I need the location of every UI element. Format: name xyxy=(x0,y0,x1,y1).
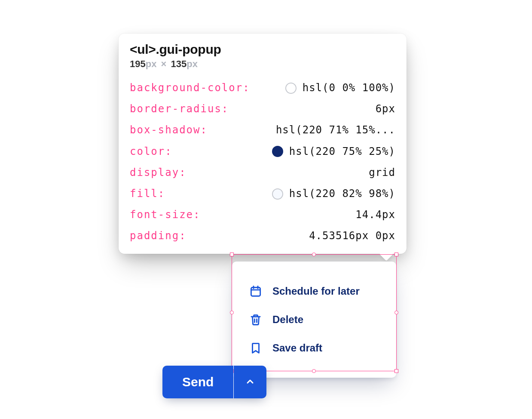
css-property-name: display: xyxy=(130,165,187,181)
calendar-icon xyxy=(249,285,262,298)
css-property-value: 14.4px xyxy=(355,207,395,223)
css-property-row: border-radius: 6px xyxy=(130,101,395,117)
popup-item-label: Schedule for later xyxy=(272,285,360,297)
css-property-value: 6px xyxy=(376,101,395,117)
inspected-width: 195 xyxy=(130,59,146,69)
send-button-label: Send xyxy=(182,375,214,389)
css-property-name: fill: xyxy=(130,186,165,202)
color-swatch-icon xyxy=(285,83,297,94)
inspected-dimensions: 195px × 135px xyxy=(130,59,395,70)
css-property-value: grid xyxy=(369,165,395,181)
css-property-row: font-size: 14.4px xyxy=(130,207,395,223)
css-property-value: 4.53516px 0px xyxy=(309,228,395,244)
popup-item-schedule[interactable]: Schedule for later xyxy=(232,277,396,305)
popup-item-delete[interactable]: Delete xyxy=(232,305,396,334)
dimension-separator: × xyxy=(161,59,167,69)
unit-label: px xyxy=(146,59,157,69)
css-property-row: box-shadow: hsl(220 71% 15%... xyxy=(130,122,395,138)
devtools-css-tooltip: <ul>.gui-popup 195px × 135px background-… xyxy=(119,34,407,254)
css-property-name: box-shadow: xyxy=(130,122,208,138)
css-property-value: hsl(220 71% 15%... xyxy=(276,122,395,138)
inspected-selector: <ul>.gui-popup xyxy=(130,42,395,57)
css-property-name: color: xyxy=(130,144,172,160)
inspected-class: .gui-popup xyxy=(156,42,221,56)
svg-rect-0 xyxy=(251,287,260,296)
css-property-value: hsl(0 0% 100%) xyxy=(285,80,395,96)
css-property-row: padding: 4.53516px 0px xyxy=(130,228,395,244)
color-swatch-icon xyxy=(272,146,283,157)
popup-item-label: Delete xyxy=(272,314,303,326)
send-split-button: Send xyxy=(162,366,266,398)
trash-icon xyxy=(249,313,262,326)
css-property-row: color: hsl(220 75% 25%) xyxy=(130,144,395,160)
css-property-name: border-radius: xyxy=(130,101,229,117)
color-swatch-icon xyxy=(272,188,283,200)
gui-popup[interactable]: Schedule for later Delete Save draft xyxy=(232,262,396,378)
css-property-value: hsl(220 82% 98%) xyxy=(272,186,395,202)
css-property-value: hsl(220 75% 25%) xyxy=(272,144,395,160)
popup-item-save-draft[interactable]: Save draft xyxy=(232,334,396,362)
popup-item-label: Save draft xyxy=(272,342,322,354)
inspected-height: 135 xyxy=(171,59,187,69)
css-property-name: background-color: xyxy=(130,80,250,96)
inspected-tag: <ul> xyxy=(130,42,156,56)
chevron-up-icon xyxy=(245,376,255,388)
css-property-row: background-color: hsl(0 0% 100%) xyxy=(130,80,395,96)
send-options-toggle[interactable] xyxy=(234,366,266,398)
bookmark-icon xyxy=(249,342,262,354)
css-property-name: font-size: xyxy=(130,207,201,223)
css-property-row: fill: hsl(220 82% 98%) xyxy=(130,186,395,202)
send-button[interactable]: Send xyxy=(162,366,233,398)
css-property-name: padding: xyxy=(130,228,187,244)
unit-label: px xyxy=(187,59,198,69)
css-property-row: display: grid xyxy=(130,165,395,181)
css-properties-table: background-color: hsl(0 0% 100%) border-… xyxy=(130,80,395,244)
